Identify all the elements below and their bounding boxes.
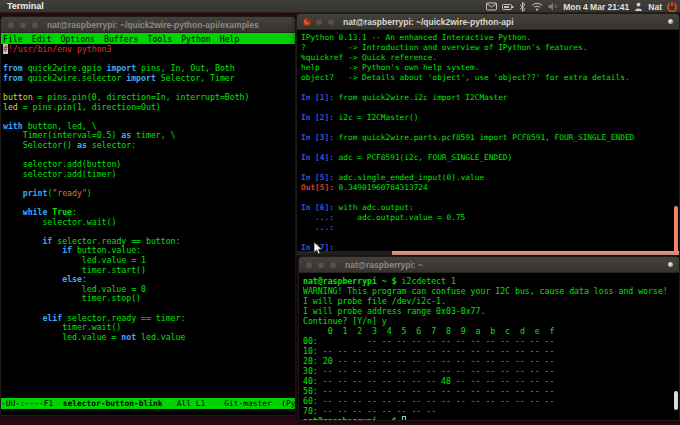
terminal-line: IPython 0.13.1 -- An enhanced Interactiv… <box>301 33 679 43</box>
terminal-line: Out[5]: 0.34901960784313724 <box>301 183 679 193</box>
terminal-line: WARNING! This program can confuse your I… <box>303 286 679 296</box>
emacs-menubar: FileEditOptionsBuffersToolsPythonHelp <box>1 33 295 44</box>
terminal-line: selector.wait() <box>3 218 295 228</box>
indicator-tray: Mon 4 Mar 21:41 Nat <box>486 0 677 13</box>
emacs-echo-area <box>1 409 295 415</box>
terminal-line: from quick2wire.selector import Selector… <box>3 74 295 84</box>
emacs-menu-options[interactable]: Options <box>60 34 95 44</box>
terminal-line: Selector() as selector: <box>3 141 295 151</box>
terminal-line: ? -> Introduction and overview of IPytho… <box>301 43 679 53</box>
emacs-modeline: -UU-:----F1 selector-button-blink All L1… <box>1 398 295 409</box>
vertical-scrollbar[interactable] <box>674 206 678 254</box>
window-ipython: nat@raspberrypi: ~/quick2wire-python-api… <box>296 13 680 256</box>
user-icon[interactable] <box>634 2 643 11</box>
terminal-line: In [5]: adc.single_ended_input(0).value <box>301 173 679 183</box>
volume-muted-icon[interactable] <box>548 2 558 11</box>
power-icon[interactable] <box>667 2 677 12</box>
scrollbar-stub-icon[interactable] <box>668 19 673 24</box>
terminal-line: In [6]: with adc.output: <box>301 203 679 213</box>
close-icon[interactable] <box>303 18 311 26</box>
terminal-line: object? -> Details about 'object', use '… <box>301 73 679 83</box>
window-title: nat@raspberrypi: ~ <box>345 260 423 270</box>
terminal-line: 10: -- -- -- -- -- -- -- -- -- -- -- -- … <box>303 346 679 356</box>
terminal-line <box>301 83 679 93</box>
terminal-line: I will probe address range 0x03-0x77. <box>303 306 679 316</box>
shell-window-titlebar[interactable]: nat@raspberrypi: ~ <box>299 257 679 273</box>
ipython-window-titlebar[interactable]: nat@raspberrypi: ~/quick2wire-python-api <box>297 14 679 30</box>
top-panel: Terminal Mon 4 Mar 21:41 Nat <box>0 0 680 13</box>
modeline-status: All L1 Git-master (Py <box>163 399 295 408</box>
window-emacs-examples: nat@raspberrypi: ~/quick2wire-python-api… <box>0 16 296 416</box>
modeline-flags: -UU-:----F1 <box>1 399 63 408</box>
close-button[interactable] <box>305 261 313 269</box>
terminal-line <box>301 103 679 113</box>
wifi-icon[interactable] <box>531 2 543 11</box>
terminal-line: In [3]: from quick2wire.parts.pcf8591 im… <box>301 133 679 143</box>
terminal-line: #!/usr/bin/env python3 <box>3 45 295 55</box>
window-title: nat@raspberrypi: ~/quick2wire-python-api… <box>47 20 259 30</box>
battery-icon[interactable] <box>502 3 514 11</box>
terminal-line: 50: -- -- -- -- -- -- -- -- -- -- -- -- … <box>303 386 679 396</box>
shell-terminal[interactable]: nat@raspberrypi ~ $ i2cdetect 1WARNING! … <box>299 273 679 420</box>
terminal-line: nat@raspberrypi ~ $ i2cdetect 1 <box>303 276 679 286</box>
terminal-line: 0 1 2 3 4 5 6 7 8 9 a b c d e f <box>303 326 679 336</box>
terminal-line: 70: -- -- -- -- -- -- -- -- <box>303 406 679 416</box>
terminal-line: led.value = not led.value <box>3 333 295 343</box>
minimize-button[interactable] <box>19 21 27 29</box>
terminal-line: I will probe file /dev/i2c-1. <box>303 296 679 306</box>
active-app-title: Terminal <box>7 1 44 11</box>
terminal-line: print("ready") <box>3 189 295 199</box>
terminal-line: Continue? [Y/n] y <box>303 316 679 326</box>
terminal-line <box>301 233 679 243</box>
terminal-line: 20: 20 -- -- -- -- -- -- -- -- -- -- -- … <box>303 356 679 366</box>
terminal-line: 30: -- -- -- -- -- -- -- -- -- -- -- -- … <box>303 366 679 376</box>
mail-icon[interactable] <box>486 2 497 11</box>
emacs-menu-python[interactable]: Python <box>181 34 211 44</box>
terminal-line: selector.add(timer) <box>3 170 295 180</box>
emacs-menu-file[interactable]: File <box>3 34 23 44</box>
terminal-line: nat@raspberrypi ~ $ <box>303 416 679 420</box>
terminal-line: %quickref -> Quick reference. <box>301 53 679 63</box>
terminal-line <box>301 143 679 153</box>
terminal-line: In [7]: <box>301 243 679 251</box>
emacs-buffer[interactable]: #!/usr/bin/env python3from quick2wire.gp… <box>1 44 295 398</box>
maximize-button[interactable] <box>327 18 335 26</box>
window-bottom-edge <box>297 251 679 255</box>
terminal-line: timer.stop() <box>3 294 295 304</box>
terminal-line: In [2]: i2c = I2CMaster() <box>301 113 679 123</box>
terminal-line: In [1]: from quick2wire.i2c import I2CMa… <box>301 93 679 103</box>
clock[interactable]: Mon 4 Mar 21:41 <box>563 2 629 12</box>
terminal-line <box>301 123 679 133</box>
vertical-scrollbar[interactable] <box>674 391 678 410</box>
terminal-line: led = pins.pin(1, direction=Out) <box>3 103 295 113</box>
scrollbar-stub-icon[interactable] <box>668 262 673 267</box>
emacs-editor[interactable]: FileEditOptionsBuffersToolsPythonHelp #!… <box>1 33 295 415</box>
ipython-terminal[interactable]: IPython 0.13.1 -- An enhanced Interactiv… <box>297 30 679 251</box>
emacs-menu-tools[interactable]: Tools <box>147 34 172 44</box>
terminal-line: 00: -- -- -- -- -- -- -- -- -- -- -- -- … <box>303 336 679 346</box>
terminal-line: ...: <box>301 223 679 233</box>
horizontal-scrollbar[interactable] <box>392 251 679 255</box>
emacs-menu-edit[interactable]: Edit <box>32 34 52 44</box>
window-shell: nat@raspberrypi: ~ nat@raspberrypi ~ $ i… <box>298 256 680 421</box>
emacs-menu-help[interactable]: Help <box>220 34 240 44</box>
window-title: nat@raspberrypi: ~/quick2wire-python-api <box>343 17 514 27</box>
terminal-line <box>301 193 679 203</box>
maximize-button[interactable] <box>329 261 337 269</box>
bottom-edge-dark <box>297 251 392 255</box>
left-window-titlebar[interactable]: nat@raspberrypi: ~/quick2wire-python-api… <box>1 17 295 33</box>
maximize-button[interactable] <box>31 21 39 29</box>
minimize-button[interactable] <box>315 18 323 26</box>
terminal-line: 60: -- -- -- -- -- -- -- -- -- -- -- -- … <box>303 396 679 406</box>
emacs-menu-buffers[interactable]: Buffers <box>104 34 139 44</box>
minimize-button[interactable] <box>317 261 325 269</box>
terminal-line: help -> Python's own help system. <box>301 63 679 73</box>
session-user-label[interactable]: Nat <box>648 2 662 12</box>
bluetooth-icon[interactable] <box>519 2 526 12</box>
modeline-buffer-name: selector-button-blink <box>63 399 163 408</box>
terminal-line <box>301 163 679 173</box>
terminal-line: In [4]: adc = PCF8591(i2c, FOUR_SINGLE_E… <box>301 153 679 163</box>
close-button[interactable] <box>7 21 15 29</box>
terminal-line: 40: -- -- -- -- -- -- -- -- 48 -- -- -- … <box>303 376 679 386</box>
terminal-line: ...: adc.output.value = 0.75 <box>301 213 679 223</box>
